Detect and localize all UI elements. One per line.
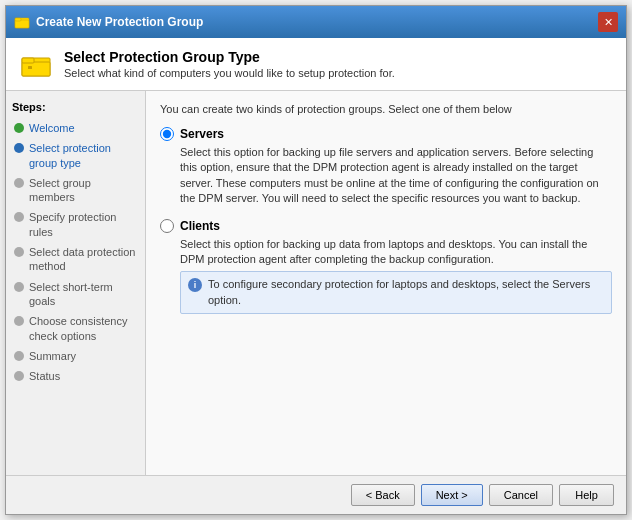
main-content: You can create two kinds of protection g… <box>146 91 626 475</box>
back-button[interactable]: < Back <box>351 484 415 506</box>
svg-rect-4 <box>22 62 50 76</box>
sidebar-item-consistency: Choose consistency check options <box>12 312 139 345</box>
clients-info-box: i To configure secondary protection for … <box>180 271 612 314</box>
dot-status <box>14 371 24 381</box>
clients-description: Select this option for backing up data f… <box>180 237 612 268</box>
sidebar-label-status: Status <box>29 369 60 383</box>
dot-consistency <box>14 316 24 326</box>
cancel-button[interactable]: Cancel <box>489 484 553 506</box>
next-button[interactable]: Next > <box>421 484 483 506</box>
sidebar-label-select-type: Select protection group type <box>29 141 137 170</box>
footer: < Back Next > Cancel Help <box>6 475 626 514</box>
servers-description: Select this option for backing up file s… <box>180 145 612 207</box>
header-area: Select Protection Group Type Select what… <box>6 38 626 91</box>
header-title: Select Protection Group Type <box>64 49 395 65</box>
sidebar-label-summary: Summary <box>29 349 76 363</box>
sidebar-item-welcome: Welcome <box>12 119 139 137</box>
servers-option-group: Servers Select this option for backing u… <box>160 127 612 207</box>
clients-option-group: Clients Select this option for backing u… <box>160 219 612 315</box>
body: Steps: Welcome Select protection group t… <box>6 91 626 475</box>
sidebar-label-welcome: Welcome <box>29 121 75 135</box>
sidebar-item-select-type: Select protection group type <box>12 139 139 172</box>
dot-short-term <box>14 282 24 292</box>
sidebar-item-select-members: Select group members <box>12 174 139 207</box>
info-icon: i <box>188 278 202 292</box>
servers-radio[interactable] <box>160 127 174 141</box>
dialog-title: Create New Protection Group <box>36 15 203 29</box>
svg-rect-2 <box>15 18 21 21</box>
sidebar-label-specify-rules: Specify protection rules <box>29 210 137 239</box>
dot-summary <box>14 351 24 361</box>
close-button[interactable]: ✕ <box>598 12 618 32</box>
sidebar: Steps: Welcome Select protection group t… <box>6 91 146 475</box>
sidebar-label-select-method: Select data protection method <box>29 245 137 274</box>
sidebar-label-select-members: Select group members <box>29 176 137 205</box>
servers-radio-row[interactable]: Servers <box>160 127 612 141</box>
clients-radio-row[interactable]: Clients <box>160 219 612 233</box>
dot-select-members <box>14 178 24 188</box>
title-bar: Create New Protection Group ✕ <box>6 6 626 38</box>
clients-info-text: To configure secondary protection for la… <box>208 277 604 308</box>
help-button[interactable]: Help <box>559 484 614 506</box>
sidebar-item-status: Status <box>12 367 139 385</box>
clients-radio[interactable] <box>160 219 174 233</box>
dot-select-method <box>14 247 24 257</box>
sidebar-heading: Steps: <box>12 101 139 113</box>
content-intro: You can create two kinds of protection g… <box>160 103 612 115</box>
sidebar-label-consistency: Choose consistency check options <box>29 314 137 343</box>
clients-label[interactable]: Clients <box>180 219 220 233</box>
svg-rect-5 <box>22 58 34 63</box>
sidebar-item-select-method: Select data protection method <box>12 243 139 276</box>
sidebar-label-short-term: Select short-term goals <box>29 280 137 309</box>
sidebar-item-specify-rules: Specify protection rules <box>12 208 139 241</box>
dot-select-type <box>14 143 24 153</box>
dot-welcome <box>14 123 24 133</box>
title-bar-left: Create New Protection Group <box>14 14 203 30</box>
header-subtitle: Select what kind of computers you would … <box>64 67 395 79</box>
sidebar-item-short-term: Select short-term goals <box>12 278 139 311</box>
dot-specify-rules <box>14 212 24 222</box>
servers-label[interactable]: Servers <box>180 127 224 141</box>
sidebar-item-summary: Summary <box>12 347 139 365</box>
dialog-title-icon <box>14 14 30 30</box>
create-protection-group-dialog: Create New Protection Group ✕ Select Pro… <box>5 5 627 515</box>
header-text: Select Protection Group Type Select what… <box>64 49 395 79</box>
svg-rect-6 <box>28 66 32 69</box>
header-icon <box>20 48 52 80</box>
